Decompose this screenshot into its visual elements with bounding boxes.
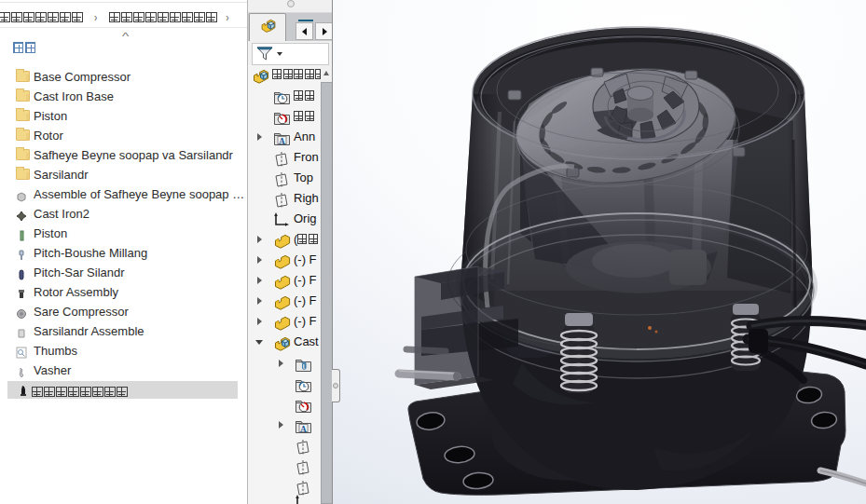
- svg-text:A: A: [300, 425, 307, 434]
- svg-text:A: A: [279, 137, 285, 146]
